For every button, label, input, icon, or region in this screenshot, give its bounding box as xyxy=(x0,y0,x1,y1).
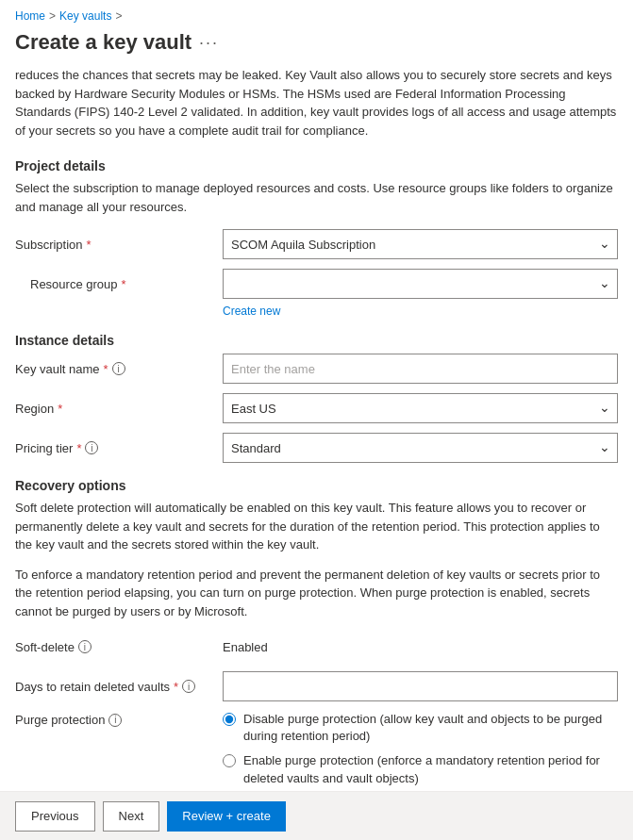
recovery-options-section: Recovery options Soft delete protection … xyxy=(15,478,618,620)
footer-bar: Previous Next Review + create xyxy=(0,791,633,840)
project-details-desc: Select the subscription to manage deploy… xyxy=(15,179,618,216)
region-required: * xyxy=(58,402,62,416)
soft-delete-label: Soft-delete i xyxy=(15,640,223,654)
soft-delete-value-col: Enabled xyxy=(223,640,618,654)
purge-protection-label: Purge protection i xyxy=(15,711,223,727)
next-button[interactable]: Next xyxy=(103,801,160,832)
region-label: Region * xyxy=(15,402,223,416)
soft-delete-desc: Soft delete protection will automaticall… xyxy=(15,499,618,554)
resource-group-row: Resource group * xyxy=(15,269,618,299)
instance-details-title: Instance details xyxy=(15,333,618,348)
purge-disable-option: Disable purge protection (allow key vaul… xyxy=(223,711,618,745)
create-new-link[interactable]: Create new xyxy=(223,305,618,318)
subscription-required: * xyxy=(87,238,92,252)
pricing-tier-row: Pricing tier * i StandardPremium xyxy=(15,433,618,463)
intro-text: reduces the chances that secrets may be … xyxy=(15,66,618,140)
resource-group-select[interactable] xyxy=(223,269,618,299)
key-vault-name-info-icon[interactable]: i xyxy=(112,362,125,375)
pricing-tier-control: StandardPremium xyxy=(223,433,618,463)
recovery-options-title: Recovery options xyxy=(15,478,618,493)
soft-delete-row: Soft-delete i Enabled xyxy=(15,632,618,662)
purge-protection-row: Purge protection i Disable purge protect… xyxy=(15,711,618,795)
previous-button[interactable]: Previous xyxy=(15,801,95,832)
project-details-title: Project details xyxy=(15,158,618,173)
days-retain-control: 90 xyxy=(223,671,618,701)
subscription-label: Subscription * xyxy=(15,238,223,252)
days-retain-input[interactable]: 90 xyxy=(223,671,618,701)
purge-protection-options: Disable purge protection (allow key vaul… xyxy=(223,711,618,795)
breadcrumb-keyvaults[interactable]: Key vaults xyxy=(59,9,111,23)
resource-group-label: Resource group xyxy=(30,277,118,291)
pricing-tier-info-icon[interactable]: i xyxy=(85,441,98,454)
purge-disable-radio[interactable] xyxy=(223,713,236,726)
resource-group-control xyxy=(223,269,618,299)
page-title-row: Create a key vault ··· xyxy=(0,26,633,66)
subscription-row: Subscription * SCOM Aquila Subscription xyxy=(15,229,618,259)
resource-group-select-wrapper xyxy=(223,269,618,299)
breadcrumb-home[interactable]: Home xyxy=(15,9,45,23)
soft-delete-value: Enabled xyxy=(223,640,268,654)
subscription-control: SCOM Aquila Subscription xyxy=(223,229,618,259)
pricing-tier-required: * xyxy=(76,441,81,455)
pricing-tier-select-wrapper: StandardPremium xyxy=(223,433,618,463)
subscription-select-wrapper: SCOM Aquila Subscription xyxy=(223,229,618,259)
breadcrumb-sep1: > xyxy=(49,9,56,23)
resource-group-label-col: Resource group * xyxy=(15,277,223,291)
days-retain-row: Days to retain deleted vaults * i 90 xyxy=(15,671,618,701)
key-vault-name-label: Key vault name * i xyxy=(15,362,223,376)
region-select-wrapper: East US xyxy=(223,393,618,423)
page-title: Create a key vault xyxy=(15,30,192,55)
more-options-icon[interactable]: ··· xyxy=(199,33,219,53)
key-vault-name-row: Key vault name * i xyxy=(15,354,618,384)
days-retain-info-icon[interactable]: i xyxy=(182,680,195,693)
region-select[interactable]: East US xyxy=(223,393,618,423)
content-area: reduces the chances that secrets may be … xyxy=(0,66,633,840)
subscription-select[interactable]: SCOM Aquila Subscription xyxy=(223,229,618,259)
purge-disable-label[interactable]: Disable purge protection (allow key vaul… xyxy=(243,711,618,745)
resource-group-required: * xyxy=(122,277,126,291)
pricing-tier-label: Pricing tier * i xyxy=(15,441,223,455)
key-vault-name-input[interactable] xyxy=(223,354,618,384)
key-vault-name-control xyxy=(223,354,618,384)
purge-enable-label[interactable]: Enable purge protection (enforce a manda… xyxy=(243,752,618,786)
purge-protection-info-icon[interactable]: i xyxy=(108,714,122,727)
soft-delete-info-icon[interactable]: i xyxy=(78,640,92,653)
purge-enable-option: Enable purge protection (enforce a manda… xyxy=(223,752,618,786)
purge-desc: To enforce a mandatory retention period … xyxy=(15,566,618,621)
days-retain-required: * xyxy=(174,680,178,694)
region-control: East US xyxy=(223,393,618,423)
project-details-section: Project details Select the subscription … xyxy=(15,158,618,216)
breadcrumb: Home > Key vaults > xyxy=(0,0,633,26)
key-vault-name-required: * xyxy=(104,362,108,376)
pricing-tier-select[interactable]: StandardPremium xyxy=(223,433,618,463)
days-retain-label: Days to retain deleted vaults * i xyxy=(15,680,223,694)
region-row: Region * East US xyxy=(15,393,618,423)
review-create-button[interactable]: Review + create xyxy=(167,801,286,832)
breadcrumb-sep2: > xyxy=(115,9,122,23)
purge-enable-radio[interactable] xyxy=(223,754,236,767)
